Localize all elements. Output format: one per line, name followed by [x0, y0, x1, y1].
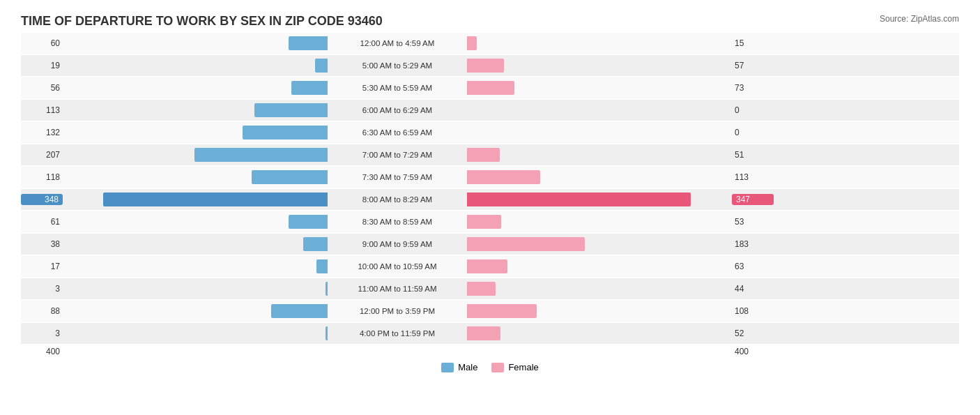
- female-bar: [467, 282, 496, 296]
- bar-row: 61 8:30 AM to 8:59 AM 53: [21, 211, 959, 232]
- male-bar: [254, 103, 328, 117]
- female-bar: [467, 170, 540, 184]
- female-value: 57: [732, 61, 774, 70]
- female-value: 51: [732, 150, 774, 160]
- male-value: 207: [21, 150, 63, 160]
- female-value: 15: [732, 38, 774, 48]
- time-label: 9:00 AM to 9:59 AM: [328, 240, 467, 248]
- bar-row: 3 11:00 AM to 11:59 AM 44: [21, 278, 959, 299]
- time-label: 7:00 AM to 7:29 AM: [328, 151, 467, 159]
- female-value: 44: [732, 284, 774, 294]
- female-bar: [467, 59, 504, 73]
- time-label: 6:30 AM to 6:59 AM: [328, 128, 467, 137]
- male-bar: [316, 259, 328, 273]
- female-value: 53: [732, 217, 774, 227]
- legend-male-box: [441, 363, 454, 372]
- male-bar-container: [63, 59, 328, 73]
- female-bar-container: [467, 81, 732, 95]
- female-bar: [467, 259, 507, 273]
- female-bar: [467, 215, 501, 229]
- legend-male: Male: [441, 362, 477, 372]
- male-bar-container: [63, 81, 328, 95]
- male-bar-container: [63, 170, 328, 184]
- bar-row: 118 7:30 AM to 7:59 AM 113: [21, 167, 959, 188]
- female-value: 0: [732, 105, 774, 115]
- female-bar: [467, 304, 537, 318]
- bar-row: 113 6:00 AM to 6:29 AM 0: [21, 100, 959, 121]
- female-value: 347: [732, 194, 774, 205]
- female-value: 183: [732, 239, 774, 249]
- male-value: 3: [21, 284, 63, 294]
- bar-row: 88 12:00 PM to 3:59 PM 108: [21, 301, 959, 322]
- female-value: 73: [732, 83, 774, 93]
- male-bar-container: [63, 282, 328, 296]
- male-value: 60: [21, 38, 63, 48]
- male-value: 113: [21, 105, 63, 115]
- female-bar: [467, 326, 500, 340]
- male-value: 61: [21, 217, 63, 227]
- time-label: 8:00 AM to 8:29 AM: [328, 195, 467, 204]
- male-bar-container: [63, 326, 328, 340]
- legend-female-label: Female: [508, 362, 538, 372]
- time-label: 5:30 AM to 5:59 AM: [328, 84, 467, 92]
- female-bar-container: [467, 103, 732, 117]
- time-label: 10:00 AM to 10:59 AM: [328, 262, 467, 271]
- male-value: 3: [21, 329, 63, 338]
- female-bar-container: [467, 304, 732, 318]
- legend-female-box: [491, 363, 504, 372]
- male-bar-container: [63, 237, 328, 251]
- male-bar-container: [63, 259, 328, 273]
- male-bar-container: [63, 126, 328, 139]
- female-bar: [467, 148, 500, 162]
- bar-row: 19 5:00 AM to 5:29 AM 57: [21, 55, 959, 76]
- time-label: 6:00 AM to 6:29 AM: [328, 106, 467, 114]
- female-bar-container: [467, 237, 732, 251]
- female-bar-container: [467, 259, 732, 273]
- male-value: 88: [21, 306, 63, 316]
- female-bar-container: [467, 282, 732, 296]
- male-bar: [289, 215, 328, 229]
- source-text: Source: ZipAtlas.com: [880, 14, 959, 24]
- female-value: 0: [732, 128, 774, 137]
- female-bar-container: [467, 36, 732, 50]
- male-bar: [291, 81, 328, 95]
- female-bar: [467, 36, 477, 50]
- axis-left-label: 400: [21, 347, 63, 356]
- bar-row: 17 10:00 AM to 10:59 AM 63: [21, 256, 959, 277]
- female-value: 52: [732, 329, 774, 338]
- male-bar-container: [63, 304, 328, 318]
- legend-female: Female: [491, 362, 538, 372]
- bar-row: 3 4:00 PM to 11:59 PM 52: [21, 323, 959, 344]
- bar-row: 207 7:00 AM to 7:29 AM 51: [21, 144, 959, 165]
- bar-row: 56 5:30 AM to 5:59 AM 73: [21, 77, 959, 98]
- male-value: 56: [21, 83, 63, 93]
- male-value: 118: [21, 172, 63, 182]
- time-label: 4:00 PM to 11:59 PM: [328, 329, 467, 338]
- female-value: 108: [732, 306, 774, 316]
- male-bar: [194, 148, 328, 162]
- female-bar-container: [467, 215, 732, 229]
- time-label: 11:00 AM to 11:59 AM: [328, 285, 467, 293]
- male-bar: [315, 59, 328, 73]
- time-label: 7:30 AM to 7:59 AM: [328, 173, 467, 181]
- male-value: 38: [21, 239, 63, 249]
- bar-row: 60 12:00 AM to 4:59 AM 15: [21, 33, 959, 54]
- time-label: 12:00 PM to 3:59 PM: [328, 307, 467, 315]
- axis-row: 400 400: [21, 347, 959, 356]
- chart-container: TIME OF DEPARTURE TO WORK BY SEX IN ZIP …: [21, 14, 959, 372]
- male-bar: [243, 126, 328, 139]
- legend-male-label: Male: [458, 362, 477, 372]
- female-bar: [467, 193, 691, 206]
- female-bar-container: [467, 126, 732, 139]
- axis-right-label: 400: [732, 347, 774, 356]
- male-value: 132: [21, 128, 63, 137]
- male-bar-container: [63, 215, 328, 229]
- female-bar: [467, 81, 514, 95]
- legend: Male Female: [21, 362, 959, 372]
- female-bar-container: [467, 193, 732, 206]
- female-bar-container: [467, 326, 732, 340]
- male-bar: [303, 237, 328, 251]
- female-bar-container: [467, 148, 732, 162]
- male-value: 348: [21, 194, 63, 205]
- bar-row: 348 8:00 AM to 8:29 AM 347: [21, 189, 959, 210]
